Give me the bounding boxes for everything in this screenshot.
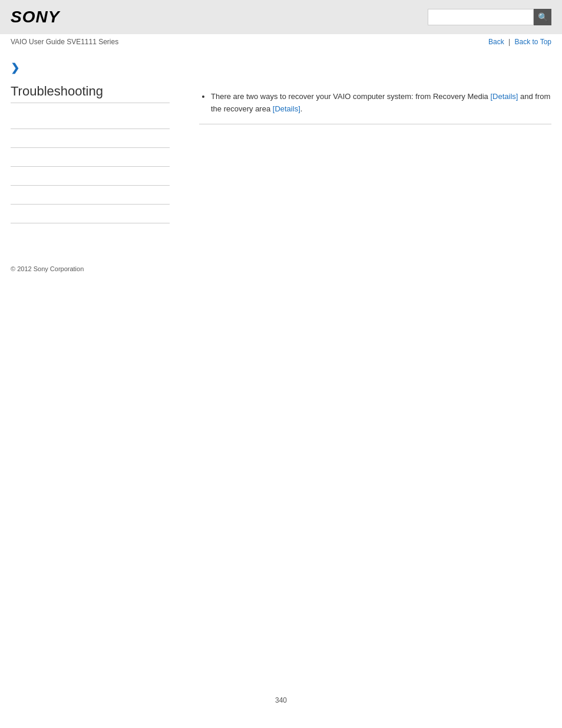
section-title: Troubleshooting xyxy=(11,84,170,103)
sony-logo: SONY xyxy=(11,8,59,27)
nav-links: Back | Back to Top xyxy=(488,38,551,46)
search-icon: 🔍 xyxy=(538,12,548,22)
back-to-top-link[interactable]: Back to Top xyxy=(515,38,551,46)
copyright-text: © 2012 Sony Corporation xyxy=(11,265,84,272)
content-divider xyxy=(199,124,551,124)
sidebar-link-7[interactable] xyxy=(11,230,12,238)
list-item xyxy=(11,186,170,205)
list-item xyxy=(11,205,170,223)
sidebar-link-3[interactable] xyxy=(11,154,12,163)
search-button[interactable]: 🔍 xyxy=(534,9,551,25)
bullet-text: There are two ways to recover your VAIO … xyxy=(211,92,490,101)
sidebar-link-2[interactable] xyxy=(11,136,12,144)
list-item xyxy=(11,129,170,148)
details-link-2[interactable]: [Details] xyxy=(273,104,300,113)
list-item xyxy=(11,223,170,242)
sidebar-link-1[interactable] xyxy=(11,117,12,125)
search-input[interactable] xyxy=(428,9,534,25)
nav-separator: | xyxy=(508,38,512,46)
list-item xyxy=(11,167,170,186)
page-header: SONY 🔍 xyxy=(0,0,562,34)
list-item xyxy=(11,148,170,167)
list-item xyxy=(11,110,170,129)
expand-icon[interactable]: ❯ xyxy=(11,61,170,74)
details-link-1[interactable]: [Details] xyxy=(490,92,518,101)
sidebar: ❯ Troubleshooting xyxy=(11,55,181,242)
footer-copyright: © 2012 Sony Corporation xyxy=(0,259,562,278)
guide-title: VAIO User Guide SVE1111 Series xyxy=(11,38,118,46)
content-area: There are two ways to recover your VAIO … xyxy=(181,55,551,242)
content-list: There are two ways to recover your VAIO … xyxy=(199,91,551,116)
sidebar-link-6[interactable] xyxy=(11,211,12,219)
back-link[interactable]: Back xyxy=(488,38,504,46)
search-area: 🔍 xyxy=(428,9,551,25)
sidebar-link-4[interactable] xyxy=(11,173,12,182)
sidebar-link-5[interactable] xyxy=(11,192,12,200)
main-content: ❯ Troubleshooting xyxy=(0,50,562,253)
nav-bar: VAIO User Guide SVE1111 Series Back | Ba… xyxy=(0,34,562,50)
list-item: There are two ways to recover your VAIO … xyxy=(211,91,551,116)
page-number: 340 xyxy=(0,684,562,716)
